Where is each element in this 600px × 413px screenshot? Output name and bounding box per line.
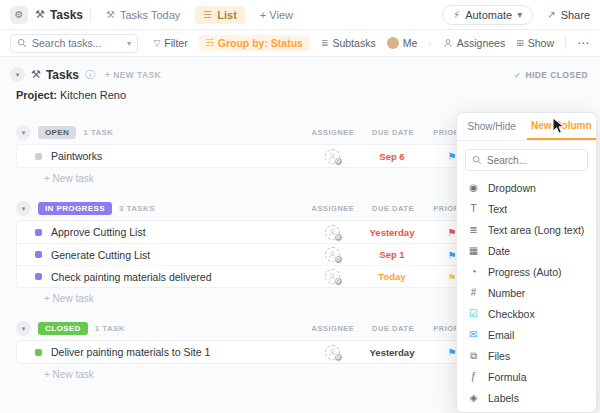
column-header-assignee[interactable]: ASSIGNEE	[304, 204, 362, 213]
new-column-panel: Show/Hide New Column ◉ Dropdown T Text ≣…	[456, 112, 597, 413]
column-type-formula[interactable]: ƒ Formula	[457, 366, 596, 387]
tools-icon: ⚒	[31, 68, 41, 81]
task-count: 1 TASK	[95, 324, 125, 333]
task-title[interactable]: Paintworks	[51, 150, 102, 162]
progress-icon: ◔	[467, 266, 480, 277]
gear-badge-icon: ⚙	[334, 157, 343, 166]
me-avatar	[387, 37, 399, 49]
task-title[interactable]: Generate Cutting List	[51, 249, 150, 261]
show-button[interactable]: ⊞ Show	[516, 37, 554, 49]
assignee-cell[interactable]: ⚙	[303, 247, 361, 262]
task-title[interactable]: Approve Cutting List	[51, 226, 146, 238]
email-icon: ✉	[467, 329, 480, 340]
due-date-cell[interactable]: Sep 6	[361, 151, 423, 162]
assignee-cell[interactable]: ⚙	[303, 149, 361, 164]
due-date-cell[interactable]: Yesterday	[361, 347, 423, 358]
collapse-group-icon[interactable]: ▾	[16, 321, 31, 336]
assignee-placeholder-icon[interactable]: ⚙	[325, 345, 340, 360]
column-header-assignee[interactable]: ASSIGNEE	[304, 324, 362, 333]
new-task-header-button[interactable]: + NEW TASK	[105, 70, 161, 80]
assignee-cell[interactable]: ⚙	[303, 269, 361, 284]
tab-show-hide[interactable]: Show/Hide	[457, 113, 527, 140]
column-type-location[interactable]: ⌖ Location	[457, 408, 596, 413]
column-type-text[interactable]: T Text	[457, 198, 596, 219]
column-type-progress[interactable]: ◔ Progress (Auto)	[457, 261, 596, 282]
filter-button[interactable]: ▽ Filter	[153, 37, 187, 49]
status-bullet[interactable]	[35, 251, 42, 258]
status-badge[interactable]: CLOSED	[38, 322, 88, 335]
task-search[interactable]: ▾	[10, 34, 138, 53]
subtasks-button[interactable]: ≣ Subtasks	[321, 37, 376, 49]
list-icon: ☰	[203, 9, 212, 20]
me-filter-button[interactable]: Me	[387, 37, 418, 49]
automate-button[interactable]: ⚡ Automate ▾	[442, 5, 533, 25]
collapse-group-icon[interactable]: ▾	[16, 125, 31, 140]
task-count: 3 TASKS	[119, 204, 155, 213]
status-bullet[interactable]	[35, 349, 42, 356]
date-icon: ▦	[467, 245, 480, 256]
filter-icon: ▽	[153, 38, 160, 48]
collapse-list-icon[interactable]: ▾	[10, 67, 25, 82]
group-by-button[interactable]: ☷ Group by: Status	[199, 35, 310, 51]
more-options-button[interactable]: ⋯	[577, 36, 590, 50]
search-input[interactable]	[32, 37, 122, 49]
space-settings-button[interactable]: ⚙	[10, 6, 28, 24]
column-type-textarea[interactable]: ≣ Text area (Long text)	[457, 219, 596, 240]
column-type-checkbox[interactable]: ☑ Checkbox	[457, 303, 596, 324]
status-bullet[interactable]	[35, 229, 42, 236]
tools-icon: ⚒	[35, 8, 45, 21]
assignee-cell[interactable]: ⚙	[303, 225, 361, 240]
checkbox-icon: ☑	[467, 308, 480, 319]
task-title[interactable]: Deliver painting materials to Site 1	[51, 346, 210, 358]
list-header: ▾ ⚒ Tasks ⓘ + NEW TASK ✓ HIDE CLOSED	[0, 64, 600, 85]
project-name: Kitchen Reno	[60, 89, 126, 101]
subtasks-icon: ≣	[321, 38, 329, 48]
due-date-cell[interactable]: Yesterday	[361, 227, 423, 238]
column-type-labels[interactable]: ◈ Labels	[457, 387, 596, 408]
share-icon: ↗	[547, 9, 555, 20]
column-header-due-date[interactable]: DUE DATE	[362, 204, 424, 213]
group-by-icon: ☷	[206, 38, 214, 48]
tab-list[interactable]: ☰ List	[195, 6, 245, 24]
panel-search-input[interactable]	[487, 155, 581, 166]
hide-closed-button[interactable]: ✓ HIDE CLOSED	[514, 70, 588, 80]
search-icon	[17, 38, 27, 48]
share-button[interactable]: ↗ Share	[547, 9, 590, 21]
assignee-placeholder-icon[interactable]: ⚙	[325, 225, 340, 240]
add-view-button[interactable]: + View	[252, 6, 301, 24]
chevron-down-icon[interactable]: ▾	[127, 39, 131, 48]
gear-icon: ⚙	[15, 9, 24, 20]
status-badge[interactable]: IN PROGRESS	[38, 202, 112, 215]
due-date-cell[interactable]: Today	[361, 271, 423, 282]
assignee-placeholder-icon[interactable]: ⚙	[325, 269, 340, 284]
column-type-files[interactable]: ⧉ Files	[457, 345, 596, 366]
column-type-dropdown[interactable]: ◉ Dropdown	[457, 177, 596, 198]
assignee-placeholder-icon[interactable]: ⚙	[325, 149, 340, 164]
status-bullet[interactable]	[35, 273, 42, 280]
status-badge[interactable]: OPEN	[38, 126, 76, 139]
assignee-placeholder-icon[interactable]: ⚙	[325, 247, 340, 262]
column-type-date[interactable]: ▦ Date	[457, 240, 596, 261]
column-type-email[interactable]: ✉ Email	[457, 324, 596, 345]
column-header-due-date[interactable]: DUE DATE	[362, 128, 424, 137]
panel-search[interactable]	[465, 149, 588, 171]
collapse-group-icon[interactable]: ▾	[16, 201, 31, 216]
files-icon: ⧉	[467, 350, 480, 362]
separator-dot: ·	[428, 37, 432, 49]
info-icon[interactable]: ⓘ	[85, 68, 95, 82]
assignee-cell[interactable]: ⚙	[303, 345, 361, 360]
space-title-label: Tasks	[50, 8, 83, 22]
column-header-assignee[interactable]: ASSIGNEE	[304, 128, 362, 137]
check-icon: ✓	[514, 70, 522, 80]
due-date-cell[interactable]: Sep 1	[361, 249, 423, 260]
divider	[565, 36, 566, 50]
column-header-due-date[interactable]: DUE DATE	[362, 324, 424, 333]
tab-new-column[interactable]: New Column	[527, 113, 597, 140]
task-title[interactable]: Check painting materials delivered	[51, 271, 212, 283]
status-bullet[interactable]	[35, 153, 42, 160]
column-type-number[interactable]: # Number	[457, 282, 596, 303]
tab-tasks-today[interactable]: ⚒ Tasks Today	[98, 6, 188, 24]
tools-icon: ⚒	[106, 9, 115, 20]
assignees-button[interactable]: Assignees	[443, 37, 505, 49]
list-description: Project: Kitchen Reno	[0, 85, 600, 101]
